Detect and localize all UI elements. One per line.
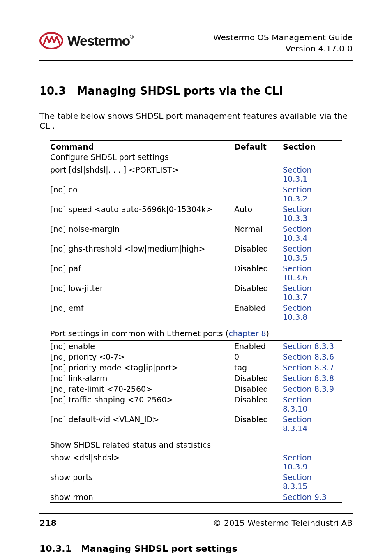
section-link[interactable]: Section 10.3.7 [283,284,312,302]
section-link[interactable]: Section 9.3 [283,493,327,502]
th-default: Default [234,140,283,153]
section-link[interactable]: Section 10.3.2 [283,185,312,203]
page-number: 218 [39,518,57,528]
section-link[interactable]: Section 10.3.3 [283,205,312,223]
table-row: [no] co Section 10.3.2 [50,184,342,204]
table-row: [no] enable Enabled Section 8.3.3 [50,341,342,352]
section-number: 10.3 [39,85,66,97]
section-link[interactable]: Section 8.3.7 [283,363,334,372]
group1-header: Configure SHDSL port settings [50,153,342,164]
page-footer: 218 © 2015 Westermo Teleindustri AB [39,513,353,528]
section-link[interactable]: Section 10.3.4 [283,224,312,243]
table-row: [no] link-alarm Disabled Section 8.3.8 [50,373,342,384]
table-row: [no] traffic-shaping <70-2560> Disabled … [50,394,342,414]
section-link[interactable]: Section 8.3.8 [283,374,334,383]
guide-title: Westermo OS Management Guide [213,32,353,43]
th-section: Section [283,140,342,153]
section-link[interactable]: Section 10.3.9 [283,453,312,471]
section-link[interactable]: Section 10.3.6 [283,264,312,282]
header-bar: Westermo® Westermo OS Management Guide V… [39,32,353,54]
subsection-heading: 10.3.1 Managing SHDSL port settings [39,543,353,554]
table-row: show rmon Section 9.3 [50,492,342,503]
section-link[interactable]: Section 10.3.1 [283,165,312,183]
subsection-title: Managing SHDSL port settings [81,543,238,554]
header-divider [39,60,353,61]
group2-header: Port settings in common with Ethernet po… [50,330,342,341]
footer-divider [39,513,353,514]
table-row: [no] default-vid <VLAN_ID> Disabled Sect… [50,414,342,434]
table-row: [no] low-jitter Disabled Section 10.3.7 [50,283,342,303]
section-intro: The table below shows SHDSL port managem… [39,111,353,131]
section-link[interactable]: Section 8.3.3 [283,342,334,351]
chapter-link[interactable]: chapter 8 [228,329,266,338]
westermo-mark-icon [39,32,63,49]
table-row: [no] emf Enabled Section 10.3.8 [50,303,342,322]
table-row: [no] priority <0-7> 0 Section 8.3.6 [50,352,342,362]
section-link[interactable]: Section 8.3.15 [283,473,312,491]
table-row: [no] speed <auto|auto-5696k|0-15304k> Au… [50,204,342,224]
section-title: Managing SHDSL ports via the CLI [77,85,283,97]
cli-table: Command Default Section Configure SHDSL … [50,140,342,503]
header-meta: Westermo OS Management Guide Version 4.1… [213,32,353,54]
group3-header: Show SHDSL related status and statistics [50,441,342,452]
table-row: [no] priority-mode <tag|ip|port> tag Sec… [50,362,342,373]
section-link[interactable]: Section 8.3.14 [283,415,312,433]
brand-logo: Westermo® [39,32,133,49]
table-row: [no] rate-limit <70-2560> Disabled Secti… [50,384,342,394]
copyright: © 2015 Westermo Teleindustri AB [213,518,353,528]
table-row: port [dsl|shdsl|. . . ] <PORTLIST> Secti… [50,164,342,185]
th-command: Command [50,140,234,153]
section-link[interactable]: Section 8.3.9 [283,384,334,393]
brand-name: Westermo® [67,33,133,49]
section-heading: 10.3 Managing SHDSL ports via the CLI [39,85,353,97]
subsection-number: 10.3.1 [39,543,71,554]
guide-version: Version 4.17.0-0 [213,43,353,54]
table-row: [no] paf Disabled Section 10.3.6 [50,263,342,283]
table-row: [no] noise-margin Normal Section 10.3.4 [50,224,342,243]
table-row: show ports Section 8.3.15 [50,472,342,492]
table-row: show <dsl|shdsl> Section 10.3.9 [50,452,342,472]
section-link[interactable]: Section 8.3.6 [283,352,334,361]
table-row: [no] ghs-threshold <low|medium|high> Dis… [50,243,342,263]
section-link[interactable]: Section 10.3.5 [283,244,312,262]
section-link[interactable]: Section 10.3.8 [283,303,312,321]
section-link[interactable]: Section 8.3.10 [283,395,312,413]
